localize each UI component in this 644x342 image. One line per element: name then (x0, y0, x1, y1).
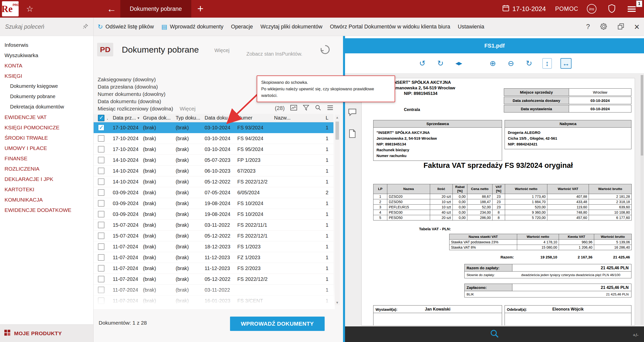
document-row[interactable]: 15-07-2024 (brak) (brak) 03-11-2022 FS 2… (94, 220, 333, 231)
sidebar-item[interactable]: EWIDENCJE DODATKOWE (0, 205, 93, 215)
sidebar-item[interactable]: Dekretacja dokumentów (0, 102, 93, 112)
tab-dokumenty-pobrane[interactable]: Dokumenty pobrane (120, 0, 191, 18)
sidebar-item[interactable]: Wyszukiwarka (0, 50, 93, 60)
row-checkbox[interactable] (98, 222, 104, 228)
document-row[interactable]: 15-07-2024 (brak) (brak) 05-12-2022 FS 2… (94, 231, 333, 241)
date-display[interactable]: 17-10-2024 (502, 0, 546, 18)
column-header[interactable]: . (107, 115, 113, 121)
document-row[interactable]: 17-10-2024 (brak) (brak) 03-10-2024 FS 9… (94, 122, 333, 133)
refresh-state-icon[interactable] (319, 44, 331, 57)
row-checkbox[interactable] (98, 146, 104, 153)
scroll-down-icon[interactable]: ▼ (335, 300, 340, 305)
sidebar-item[interactable]: EWIDENCJE VAT (0, 112, 93, 122)
document-row[interactable]: 03-09-2024 (brak) (brak) 19-08-2024 FS 1… (94, 198, 333, 209)
title-more-link[interactable]: Więcej (214, 48, 230, 53)
pdf-toolbar-icon[interactable] (506, 58, 516, 69)
notification-badge[interactable]: 1 (636, 1, 642, 7)
document-row[interactable]: 17-10-2024 (brak) (brak) 03-10-2024 FS 9… (94, 144, 333, 155)
document-row[interactable]: 03-09-2024 (brak) (brak) 07-05-2024 6/05… (94, 187, 333, 198)
ribbon-button[interactable]: Otwórz Portal Dokumentów w widoku klient… (330, 24, 450, 30)
my-products-button[interactable]: MOJE PRODUKTY (0, 324, 93, 342)
row-checkbox[interactable] (98, 189, 104, 196)
row-checkbox[interactable] (98, 178, 104, 185)
search-icon[interactable] (315, 104, 321, 112)
ribbon-button[interactable]: Operacje (231, 24, 253, 30)
scroll-up-icon[interactable]: ▲ (335, 115, 340, 120)
row-checkbox[interactable] (98, 254, 104, 261)
document-row[interactable]: 11-07-2024 (brak) (brak) 11-12-2023 FS 2… (94, 263, 333, 274)
ribbon-button[interactable]: Ustawienia (458, 24, 484, 30)
filter-dropdown[interactable]: Data dokumentu (dowolna) (98, 98, 196, 105)
document-row[interactable]: 11-07-2024 (brak) (brak) 18-12-2023 FS 1… (94, 241, 333, 252)
row-checkbox[interactable] (98, 233, 104, 239)
close-icon[interactable] (634, 22, 639, 31)
list-menu-icon[interactable] (327, 105, 333, 111)
filter-dropdown[interactable]: Numer dokumentu (dowolny) (98, 90, 196, 98)
settings-gear-icon[interactable] (600, 23, 608, 31)
document-row[interactable]: 11-07-2024 (brak) (brak) 05-12-2022 FS 2… (94, 274, 333, 285)
column-header[interactable]: Typ doku... (176, 115, 205, 121)
back-arrow-icon[interactable] (107, 0, 116, 18)
app-logo[interactable]: Re PRO (2, 1, 19, 16)
row-checkbox[interactable] (98, 168, 104, 174)
document-row[interactable]: 14-10-2024 (brak) (brak) 05-07-2023 FP 1… (94, 155, 333, 166)
comment-icon[interactable] (348, 108, 357, 117)
document-row[interactable]: 17-10-2024 (brak) (brak) 03-10-2024 FS 9… (94, 133, 333, 144)
row-checkbox[interactable] (98, 124, 104, 131)
report-view-icon[interactable] (290, 105, 297, 112)
pin-icon[interactable] (83, 23, 88, 30)
sidebar-item[interactable]: Dokumenty księgowe (0, 81, 93, 91)
filter-dropdown[interactable]: Zaksięgowany (dowolny) (98, 76, 196, 83)
ribbon-button[interactable]: Wczytaj pliki dokumentów (260, 24, 322, 30)
sidebar-item[interactable]: Dokumenty pobrane (0, 91, 93, 102)
wprowadz-dokumenty-button[interactable]: WPROWADŹ DOKUMENTY (230, 317, 325, 331)
sidebar-item[interactable]: Infoserwis (0, 40, 93, 50)
sidebar-item[interactable]: KONTA (0, 60, 93, 71)
document-row[interactable]: 11-07-2024 (brak) (brak) 16-01-2023 FS 3… (94, 295, 333, 306)
document-row[interactable]: 14-10-2024 (brak) (brak) 05-12-2022 FS 2… (94, 176, 333, 187)
filter-dropdown[interactable]: Miesiąc rozliczeniowy (dowolna)Więcej (98, 105, 196, 112)
sidebar-item[interactable]: KSIĘGI (0, 71, 93, 81)
document-row[interactable]: 14-10-2024 (brak) (brak) 06-10-2023 67/2… (94, 166, 333, 176)
list-scrollbar[interactable]: ▲ ▼ (335, 115, 340, 305)
pdf-toolbar-icon[interactable] (436, 58, 445, 69)
ribbon-button[interactable]: Wprowadź dokumenty (161, 24, 223, 30)
row-checkbox[interactable] (98, 135, 104, 142)
ins-account-icon[interactable]: Ins (587, 4, 596, 14)
row-checkbox[interactable] (98, 297, 104, 304)
sidebar-item[interactable]: FINANSE (0, 153, 93, 164)
restore-window-icon[interactable] (618, 23, 624, 31)
filter-funnel-icon[interactable] (303, 105, 309, 112)
help-menu[interactable]: POMOC (555, 0, 578, 18)
help-button[interactable]: ? (586, 23, 590, 31)
filters-more-link[interactable]: Więcej (180, 106, 196, 111)
document-icon[interactable] (349, 129, 356, 139)
sidebar-item[interactable]: UMOWY I PŁACE (0, 143, 93, 153)
row-checkbox[interactable] (98, 211, 104, 217)
column-header[interactable]: L (299, 115, 331, 121)
pdf-toolbar-icon[interactable] (542, 58, 552, 69)
ribbon-button[interactable]: Odśwież listę plików (98, 24, 154, 30)
sidebar-item[interactable]: DEKLARACJE I JPK (0, 174, 93, 184)
inspunkty-hint[interactable]: Zobacz stan InsPunktów. (246, 51, 302, 57)
hamburger-menu-icon[interactable] (628, 5, 636, 13)
column-header[interactable]: Nazw... (274, 115, 299, 121)
row-checkbox[interactable] (98, 265, 104, 272)
select-all-checkbox[interactable] (98, 115, 104, 121)
pdf-toolbar-icon[interactable] (560, 58, 572, 69)
favorites-star-icon[interactable] (26, 0, 33, 18)
pdf-scrollbar-thumb[interactable] (641, 75, 643, 156)
sidebar-item[interactable]: KOMUNIKACJA (0, 195, 93, 205)
filter-dropdown[interactable]: Data przesłana (dowolna) (98, 83, 196, 90)
sidebar-item[interactable]: ROZLICZENIA (0, 164, 93, 174)
zoom-hint[interactable]: +/- (633, 332, 638, 338)
pdf-search-icon[interactable] (490, 329, 499, 339)
row-checkbox[interactable] (98, 200, 104, 207)
sidebar-item[interactable]: ŚRODKI TRWAŁE (0, 133, 93, 143)
command-search[interactable] (0, 18, 93, 36)
pdf-toolbar-icon[interactable] (454, 58, 463, 69)
row-checkbox[interactable] (98, 157, 104, 163)
row-checkbox[interactable] (98, 287, 104, 293)
column-header[interactable]: Data prz... (113, 115, 143, 121)
row-checkbox[interactable] (98, 243, 104, 250)
